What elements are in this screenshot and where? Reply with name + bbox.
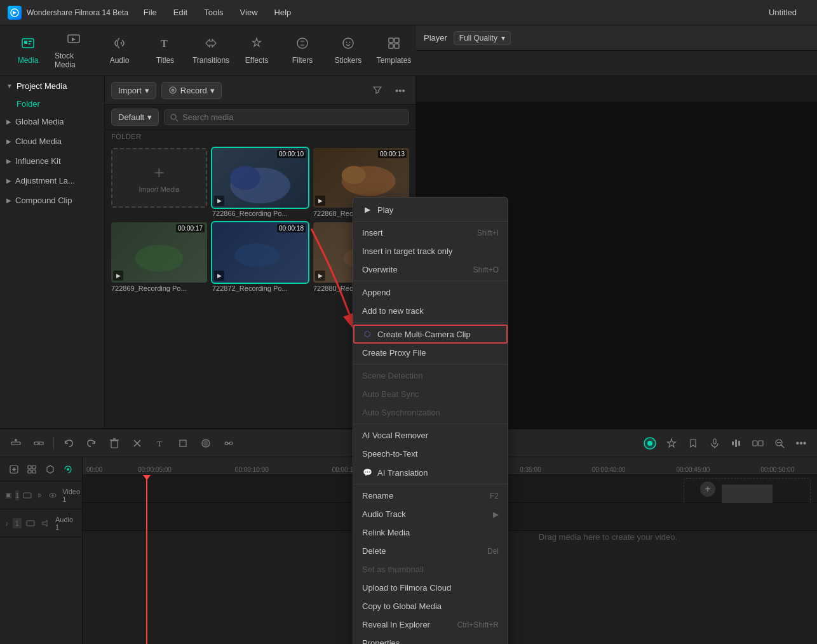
timeline-audio-btn[interactable]: [727, 434, 746, 452]
ctx-reveal-explorer[interactable]: Reveal In Explorer Ctrl+Shift+R: [353, 615, 508, 634]
link-btn[interactable]: [219, 434, 238, 452]
media-name-4: 722872_Recording Po...: [212, 285, 308, 292]
sort-label: Default: [118, 112, 144, 122]
sidebar-sub-folder[interactable]: Folder: [0, 96, 104, 112]
record-dropdown[interactable]: Record ▾: [161, 82, 222, 99]
tl-sub-btn-3[interactable]: [43, 461, 58, 478]
toolbar-templates-label: Templates: [377, 56, 412, 65]
ctx-divider-5: [353, 424, 508, 424]
video-track-audio-btn[interactable]: [36, 490, 44, 501]
ctx-copy-global[interactable]: Copy to Global Media: [353, 597, 508, 615]
svg-rect-14: [395, 44, 399, 48]
video-track-fold-btn[interactable]: [23, 490, 32, 501]
timeline-mic-btn[interactable]: [705, 434, 724, 452]
menu-help[interactable]: Help: [272, 6, 294, 18]
player-quality-dropdown[interactable]: Full Quality ▾: [454, 31, 511, 45]
ctx-upload-cloud[interactable]: Upload to Filmora Cloud: [353, 579, 508, 597]
toolbar-media[interactable]: Media: [6, 30, 50, 72]
ctx-create-multi-camera[interactable]: ⬡ Create Multi-Camera Clip: [353, 325, 508, 344]
more-options-icon[interactable]: •••: [391, 81, 409, 99]
timeline-zoom-out-btn[interactable]: [770, 434, 789, 452]
timeline-split-btn[interactable]: [748, 434, 767, 452]
audio-track-fold-btn[interactable]: [25, 518, 36, 529]
color-btn[interactable]: [196, 434, 215, 452]
ctx-create-proxy[interactable]: Create Proxy File: [353, 344, 508, 362]
tl-sub-btn-2[interactable]: [24, 461, 39, 478]
ctx-speech-to-text[interactable]: Speech-to-Text: [353, 445, 508, 463]
menu-view[interactable]: View: [238, 6, 260, 18]
tl-sub-btn-1[interactable]: [6, 461, 22, 478]
import-media-thumb[interactable]: + Import Media: [111, 148, 207, 208]
toolbar-stickers-label: Stickers: [335, 56, 362, 65]
timeline-effects-btn[interactable]: [662, 434, 681, 452]
ctx-relink-media[interactable]: Relink Media: [353, 523, 508, 542]
sidebar-item-adjustment-layer[interactable]: ▶ Adjustment La...: [0, 171, 104, 191]
templates-icon: [387, 36, 401, 53]
ctx-append[interactable]: Append: [353, 283, 508, 302]
media-item-1[interactable]: 00:00:10 ▶ 722866_Recording Po...: [212, 148, 308, 217]
timeline-remove-track-btn[interactable]: [29, 434, 48, 452]
ctx-overwrite[interactable]: Overwrite Shift+O: [353, 260, 508, 279]
ctx-play[interactable]: ▶ Play: [353, 200, 508, 219]
ctx-rename[interactable]: Rename F2: [353, 486, 508, 505]
toolbar-templates[interactable]: Templates: [372, 30, 415, 72]
menu-edit[interactable]: Edit: [171, 6, 190, 18]
filter-icon[interactable]: [368, 81, 386, 99]
toolbar-filters[interactable]: Filters: [281, 30, 324, 72]
toolbar-stock-media[interactable]: Stock Media: [52, 30, 95, 72]
ctx-ai-vocal[interactable]: AI Vocal Remover: [353, 426, 508, 445]
import-dropdown[interactable]: Import ▾: [111, 82, 156, 99]
sidebar-item-compound-clip[interactable]: ▶ Compound Clip: [0, 191, 104, 210]
ctx-delete[interactable]: Delete Del: [353, 542, 508, 560]
tl-sub-btn-4[interactable]: [60, 461, 76, 478]
cut-btn[interactable]: [128, 434, 147, 452]
video-track-eye-btn[interactable]: [48, 490, 57, 501]
sidebar-item-project-media[interactable]: ▼ Project Media: [0, 76, 104, 96]
search-input[interactable]: [182, 112, 403, 122]
record-icon: [168, 86, 177, 95]
ctx-ai-translation[interactable]: 💬 AI Translation: [353, 463, 508, 482]
add-to-track-btn[interactable]: +: [700, 481, 715, 497]
svg-point-21: [171, 89, 174, 92]
undo-btn[interactable]: [59, 434, 78, 452]
menu-file[interactable]: File: [141, 6, 159, 18]
svg-rect-13: [389, 44, 393, 48]
timeline-bookmark-btn[interactable]: [684, 434, 703, 452]
ruler-mark-0: 00:00: [83, 466, 106, 473]
toolbar-titles[interactable]: T Titles: [144, 30, 187, 72]
sidebar-item-influence-kit[interactable]: ▶ Influence Kit: [0, 151, 104, 171]
timeline-add-track-btn[interactable]: [6, 434, 25, 452]
redo-btn[interactable]: [82, 434, 101, 452]
timeline-more-btn[interactable]: •••: [792, 434, 811, 452]
sidebar-item-global-media[interactable]: ▶ Global Media: [0, 112, 104, 131]
sort-dropdown[interactable]: Default ▾: [111, 109, 159, 126]
svg-point-28: [234, 243, 280, 267]
toolbar-stickers[interactable]: Stickers: [327, 30, 370, 72]
toolbar-audio[interactable]: Audio: [98, 30, 141, 72]
text-btn[interactable]: T: [151, 434, 170, 452]
menu-tools[interactable]: Tools: [201, 6, 226, 18]
svg-rect-53: [738, 441, 740, 446]
drop-message: Drag media here to create your video.: [539, 532, 677, 542]
media-item-3[interactable]: 00:00:17 ▶ 722869_Recording Po...: [111, 222, 207, 292]
ctx-properties[interactable]: Properties: [353, 634, 508, 644]
arrow-right-icon4: ▶: [6, 177, 11, 184]
crop-btn[interactable]: [173, 434, 192, 452]
record-chevron-icon: ▾: [210, 86, 215, 95]
import-media-item[interactable]: + Import Media: [111, 148, 207, 217]
track-labels: ▣ 1 Video 1 ♪ 1: [0, 457, 83, 644]
sidebar-influence-kit-label: Influence Kit: [15, 156, 61, 166]
media-item-4[interactable]: 00:00:18 ▶ 722872_Recording Po...: [212, 222, 308, 292]
sidebar-item-cloud-media[interactable]: ▶ Cloud Media: [0, 131, 104, 151]
audio-track-mute-btn[interactable]: [40, 518, 50, 529]
ctx-insert-target[interactable]: Insert in target track only: [353, 242, 508, 260]
delete-btn[interactable]: [105, 434, 124, 452]
timeline-play-btn[interactable]: [640, 434, 659, 452]
playhead-triangle: [143, 475, 151, 480]
ctx-add-new-track[interactable]: Add to new track: [353, 302, 508, 320]
toolbar-transitions[interactable]: Transitions: [189, 30, 233, 72]
sidebar-project-media-label: Project Media: [17, 81, 67, 91]
toolbar-effects[interactable]: Effects: [235, 30, 278, 72]
ctx-audio-track[interactable]: Audio Track ▶: [353, 505, 508, 523]
ctx-insert[interactable]: Insert Shift+I: [353, 224, 508, 242]
